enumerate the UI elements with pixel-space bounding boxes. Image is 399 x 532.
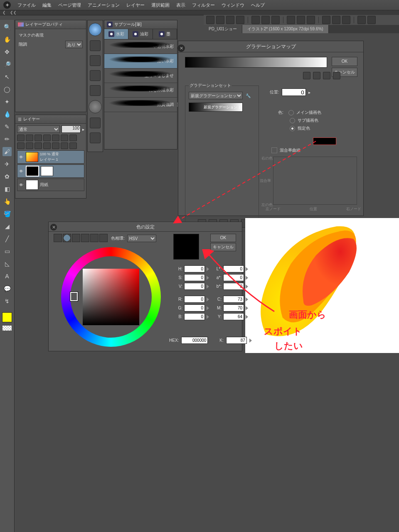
gradient-tool[interactable]: ◢ (2, 222, 12, 231)
hand-tool[interactable]: ✋ (2, 35, 12, 44)
tab-watercolor[interactable]: 水彩 (104, 29, 128, 39)
airbrush-tool[interactable]: ✈ (2, 159, 12, 169)
a-input[interactable] (223, 274, 244, 281)
layer-row-paper[interactable]: 👁 用紙 (17, 179, 84, 191)
line-tool[interactable]: ╱ (2, 234, 12, 243)
mode-mixer-icon[interactable] (81, 234, 89, 242)
apply-mask-icon[interactable] (61, 142, 68, 149)
ok-button[interactable]: OK (332, 57, 357, 66)
doc-tab-active[interactable]: イラスト2* (1600 x 1200px 72dpi 59.6%) (242, 25, 329, 33)
ref-icon[interactable] (34, 135, 42, 141)
transfer-icon[interactable] (34, 142, 42, 149)
next-node-icon[interactable] (313, 72, 320, 79)
fill-tool[interactable]: 🪣 (2, 209, 12, 218)
new-icon[interactable] (251, 16, 260, 24)
radio-sub[interactable] (290, 118, 295, 123)
trash-icon[interactable] (307, 16, 315, 24)
qa-grid-icon[interactable] (90, 118, 101, 128)
gradient-set-select[interactable]: 新規グラデーションセット 1 (189, 92, 243, 99)
wrench-icon[interactable]: 🔧 (246, 93, 251, 98)
tab-oil[interactable]: 油彩 (128, 29, 153, 39)
qa-layers-icon[interactable] (90, 132, 101, 143)
menu-edit[interactable]: 編集 (42, 2, 52, 8)
magnify-tool[interactable]: 🔍 (2, 22, 12, 32)
tone-select[interactable]: あり (65, 41, 83, 48)
mix-curve-checkbox[interactable] (271, 147, 277, 153)
new-folder-icon[interactable] (26, 142, 33, 149)
menu-view[interactable]: 表示 (176, 2, 185, 8)
subtool-item[interactable]: 紙質強調重 (104, 98, 177, 112)
eraser-tool[interactable]: ◧ (2, 184, 12, 194)
add-mask-icon[interactable] (52, 142, 59, 149)
qa-circle-icon[interactable] (89, 100, 102, 113)
visibility-icon[interactable]: 👁 (18, 169, 24, 174)
h-input[interactable] (184, 265, 205, 272)
doc-tab-inactive[interactable]: PD_U01ショー (204, 25, 242, 33)
clip-icon[interactable] (26, 135, 33, 141)
bstar-input[interactable] (223, 283, 244, 290)
qa-pencil-icon[interactable] (90, 85, 101, 96)
save-icon[interactable] (271, 16, 280, 24)
zoom-icon[interactable] (357, 16, 366, 24)
undo-icon[interactable] (287, 16, 295, 24)
stepper-icon[interactable]: ▸ (308, 90, 310, 95)
fit-icon[interactable] (367, 16, 376, 24)
color-wheel[interactable] (61, 247, 161, 347)
visibility-icon[interactable]: 👁 (18, 155, 24, 159)
cancel-button[interactable]: キャンセル (210, 243, 236, 251)
paste-icon[interactable] (342, 16, 350, 24)
menu-file[interactable]: ファイル (17, 2, 36, 8)
redo-icon[interactable] (297, 16, 305, 24)
nav-right-icon[interactable] (226, 16, 234, 24)
v-input[interactable] (184, 283, 205, 290)
eyedrop-tool[interactable]: 💧 (2, 110, 12, 119)
menu-window[interactable]: ウィンドウ (222, 2, 244, 8)
mode-list-icon[interactable] (90, 234, 99, 242)
mode-bars-icon[interactable] (72, 234, 80, 242)
menu-help[interactable]: ヘルプ (251, 2, 265, 8)
menu-layer[interactable]: レイヤー (126, 2, 145, 8)
copy-icon[interactable] (332, 16, 340, 24)
wand-tool[interactable]: ✦ (2, 97, 12, 106)
subtool-item[interactable]: 濃い水彩 (104, 54, 177, 69)
lock-icon[interactable] (17, 135, 25, 141)
opacity-value[interactable]: 100 (62, 125, 81, 133)
subtool-item[interactable]: 塗り＆なじませ (104, 69, 177, 83)
subtool-item[interactable]: 不透明水彩 (104, 39, 177, 54)
y-input[interactable] (223, 313, 244, 320)
radio-main[interactable] (288, 110, 294, 115)
text-tool[interactable]: A (2, 272, 12, 281)
prev-node-icon[interactable] (303, 72, 310, 79)
menu-animation[interactable]: アニメーション (88, 2, 120, 8)
g-input[interactable] (184, 304, 205, 311)
merge-icon[interactable] (43, 142, 51, 149)
c-input[interactable] (223, 296, 244, 303)
color-icon[interactable] (69, 135, 77, 141)
mode-circle-icon[interactable] (63, 234, 71, 242)
shape-tool[interactable]: ▭ (2, 247, 12, 256)
radio-specified[interactable] (290, 126, 295, 131)
gradient-set-item[interactable]: 新規グラデーション 1 (189, 103, 243, 112)
subtool-item[interactable]: にじみ縁水彩 (104, 83, 177, 98)
ruler-tool[interactable]: ◺ (2, 259, 12, 268)
close-icon[interactable]: ✕ (177, 44, 185, 52)
delete-layer-icon[interactable] (69, 142, 77, 149)
hue-mode-select[interactable]: HSV (127, 235, 156, 242)
r-input[interactable] (184, 296, 205, 303)
layer-row-2[interactable]: 👁 (17, 164, 84, 178)
s-input[interactable] (184, 274, 205, 281)
menu-filter[interactable]: フィルター (192, 2, 215, 8)
select-tool[interactable]: ↖ (2, 72, 12, 81)
menu-selection[interactable]: 選択範囲 (151, 2, 170, 8)
balloon-tool[interactable]: 💬 (2, 284, 12, 293)
specified-color-swatch[interactable] (313, 137, 336, 145)
lasso-tool[interactable]: ◯ (2, 85, 12, 94)
deco-tool[interactable]: ✿ (2, 172, 12, 181)
brush-tool[interactable]: 🖌 (2, 147, 12, 156)
zoom-tool[interactable]: 🔎 (2, 60, 12, 69)
layer-row-1[interactable]: 👁 100 % 通常 レイヤー 1 (17, 150, 84, 164)
m-input[interactable] (223, 304, 244, 311)
l-input[interactable] (223, 265, 244, 272)
opacity-stepper[interactable]: ▸ (82, 127, 84, 132)
k-input[interactable] (226, 337, 247, 344)
